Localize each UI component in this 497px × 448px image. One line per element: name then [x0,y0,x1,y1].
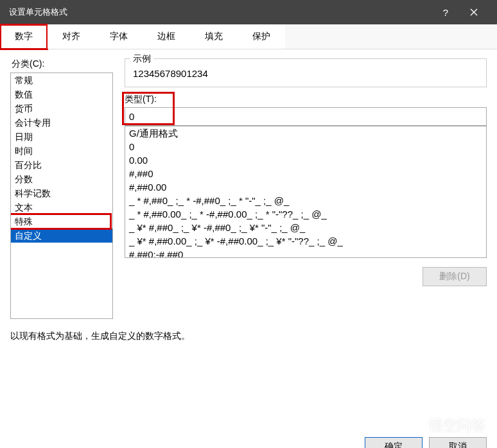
example-value: 12345678901234 [132,64,480,80]
category-item[interactable]: 会计专用 [11,116,112,130]
titlebar: 设置单元格格式 ? [0,0,497,24]
category-label: 分类(C): [10,58,113,70]
content-area: 分类(C): 常规 数值 货币 会计专用 日期 时间 百分比 分数 科学记数 文… [0,49,497,429]
tab-protection[interactable]: 保护 [238,24,285,49]
tab-fill[interactable]: 填充 [190,24,238,49]
hint-text: 以现有格式为基础，生成自定义的数字格式。 [10,331,487,342]
format-item[interactable]: _ * #,##0_ ;_ * -#,##0_ ;_ * "-"_ ;_ @_ [125,194,486,207]
category-item[interactable]: 特殊 [11,214,112,228]
format-item[interactable]: _ ¥* #,##0.00_ ;_ ¥* -#,##0.00_ ;_ ¥* "-… [125,234,486,248]
type-input[interactable] [125,107,487,126]
type-label: 类型(T): [125,94,487,105]
example-group: 示例 12345678901234 [125,58,487,87]
format-item[interactable]: 0.00 [125,153,486,167]
format-item[interactable]: #,##0.00 [125,180,486,194]
close-button[interactable] [460,0,488,24]
format-item[interactable]: 0 [125,140,486,153]
format-item[interactable]: _ * #,##0.00_ ;_ * -#,##0.00_ ;_ * "-"??… [125,207,486,221]
category-item[interactable]: 日期 [11,130,112,144]
format-listbox[interactable]: G/通用格式 0 0.00 #,##0 #,##0.00 _ * #,##0_ … [125,126,487,258]
cancel-button[interactable]: 取消 [429,437,487,448]
ok-button[interactable]: 确定 [365,437,423,448]
category-item[interactable]: 时间 [11,144,112,158]
format-item[interactable]: #,##0;-#,##0 [125,248,486,258]
category-listbox[interactable]: 常规 数值 货币 会计专用 日期 时间 百分比 分数 科学记数 文本 特殊 自定… [10,73,113,319]
category-item[interactable]: 分数 [11,172,112,186]
format-item[interactable]: #,##0 [125,167,486,180]
category-item[interactable]: 文本 [11,200,112,214]
close-icon [470,8,478,16]
category-item[interactable]: 百分比 [11,158,112,172]
tab-alignment[interactable]: 对齐 [48,24,95,49]
tab-font[interactable]: 字体 [95,24,143,49]
dialog-footer: 确定 取消 [0,429,497,448]
category-item[interactable]: 货币 [11,101,112,116]
dialog-title: 设置单元格格式 [9,6,432,18]
tab-bar: 数字 对齐 字体 边框 填充 保护 [0,24,497,49]
format-item[interactable]: G/通用格式 [125,126,486,140]
category-item[interactable]: 数值 [11,87,112,101]
format-item[interactable]: _ ¥* #,##0_ ;_ ¥* -#,##0_ ;_ ¥* "-"_ ;_ … [125,221,486,234]
category-item-custom[interactable]: 自定义 [11,228,112,243]
example-legend: 示例 [130,53,153,65]
help-button[interactable]: ? [432,0,460,24]
category-item[interactable]: 常规 [11,73,112,87]
delete-button[interactable]: 删除(D) [423,267,487,286]
category-item[interactable]: 科学记数 [11,186,112,200]
tab-border[interactable]: 边框 [143,24,190,49]
tab-number[interactable]: 数字 [0,24,48,49]
